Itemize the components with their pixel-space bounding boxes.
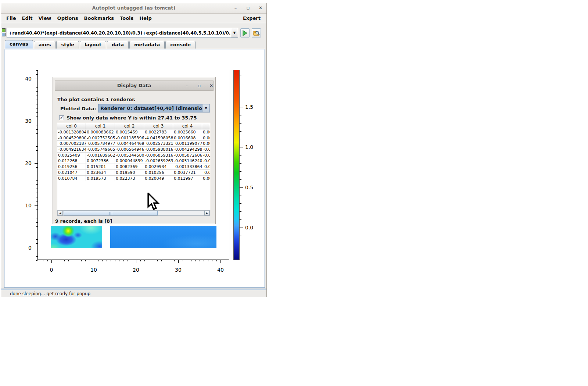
table-cell[interactable]: -0.0 xyxy=(202,164,210,170)
table-row[interactable]: 0.0107840.0195730.0223730.0200490.011997… xyxy=(57,176,210,182)
menu-file[interactable]: File xyxy=(3,14,19,22)
tab-axes[interactable]: axes xyxy=(34,41,56,49)
table-cell[interactable]: -0.004464469... xyxy=(115,141,144,147)
table-cell[interactable]: 0.00 xyxy=(202,129,210,135)
data-table[interactable]: col 0col 1col 2col 3col 4-0.001328804...… xyxy=(57,123,210,210)
tab-metadata[interactable]: metadata xyxy=(129,41,165,49)
table-cell[interactable]: -0.007002187... xyxy=(57,141,86,147)
horizontal-scrollbar[interactable]: ◀ ▶ xyxy=(57,210,210,216)
scroll-right-button[interactable]: ▶ xyxy=(204,211,209,215)
table-cell[interactable]: -0.001328804... xyxy=(57,129,86,135)
table-row[interactable]: 0.0210470.0236340.0195900.0102560.003772… xyxy=(57,170,210,176)
table-cell[interactable]: 0.0025409 xyxy=(57,153,86,158)
go-button[interactable] xyxy=(240,28,250,37)
column-header[interactable]: col 0 xyxy=(57,123,86,129)
tab-canvas[interactable]: canvas xyxy=(5,40,33,49)
tab-layout[interactable]: layout xyxy=(80,41,106,49)
table-cell[interactable]: -0.004529800... xyxy=(57,135,86,141)
column-header[interactable] xyxy=(202,123,210,129)
table-cell[interactable]: 0.010256 xyxy=(144,170,173,176)
table-cell[interactable]: 0.015201 xyxy=(86,164,115,170)
table-cell[interactable]: 0.019256 xyxy=(57,164,86,170)
menu-help[interactable]: Help xyxy=(136,14,154,22)
tab-console[interactable]: console xyxy=(165,41,196,49)
chevron-down-icon[interactable]: ▼ xyxy=(202,104,209,112)
table-row[interactable]: -0.004921634...-0.005749665...-0.0065649… xyxy=(57,147,210,153)
dialog-maximize-button[interactable]: ▫ xyxy=(196,82,203,89)
scrollbar-track[interactable] xyxy=(63,211,204,215)
table-cell[interactable]: 0.000044839 xyxy=(115,158,144,164)
table-cell[interactable]: 0.0016608 xyxy=(173,135,202,141)
table-cell[interactable]: -0.004294298... xyxy=(173,147,202,153)
table-cell[interactable]: -0.001185396... xyxy=(115,135,144,141)
table-cell[interactable]: 0.020049 xyxy=(144,176,173,182)
table-cell[interactable]: 0.0015459 xyxy=(115,129,144,135)
table-cell[interactable]: -0.0 xyxy=(202,170,210,176)
table-cell[interactable]: -0.006859316... xyxy=(144,153,173,158)
table-cell[interactable]: 0.019573 xyxy=(86,176,115,182)
table-cell[interactable]: -0.002639263... xyxy=(144,158,173,164)
uri-input[interactable]: +rand(40,40)*(exp(-distance(40,40,20,20,… xyxy=(7,28,231,38)
table-cell[interactable]: -0.001333864... xyxy=(173,164,202,170)
table-cell[interactable]: 0.022373 xyxy=(115,176,144,182)
table-cell[interactable]: 0.0022783 xyxy=(144,129,173,135)
menu-edit[interactable]: Edit xyxy=(19,14,36,22)
table-cell[interactable]: -0.0 xyxy=(202,147,210,153)
tab-data[interactable]: data xyxy=(107,41,129,49)
table-cell[interactable]: -0.005749665... xyxy=(86,147,115,153)
table-cell[interactable]: 0.0037721 xyxy=(173,170,202,176)
column-header[interactable]: col 1 xyxy=(86,123,115,129)
table-cell[interactable]: -0.005872606... xyxy=(173,153,202,158)
column-header[interactable]: col 2 xyxy=(115,123,144,129)
table-row[interactable]: 0.0122680.00723860.000044839-0.002639263… xyxy=(57,158,210,164)
tab-style[interactable]: style xyxy=(56,41,79,49)
filter-checkbox[interactable]: ✔ xyxy=(59,115,64,120)
table-row[interactable]: -0.007002187...-0.005784977...-0.0044644… xyxy=(57,141,210,147)
table-row[interactable]: 0.0025409-0.001689662...-0.005344580...-… xyxy=(57,153,210,158)
table-cell[interactable]: -0.006564946... xyxy=(115,147,144,153)
table-cell[interactable]: 0.000083662 xyxy=(86,129,115,135)
table-cell[interactable]: -0.002752505... xyxy=(86,135,115,141)
table-cell[interactable]: 0.019590 xyxy=(115,170,144,176)
table-cell[interactable]: 0.012268 xyxy=(57,158,86,164)
table-cell[interactable]: -0.005988016... xyxy=(144,147,173,153)
table-cell[interactable]: 0.010784 xyxy=(57,176,86,182)
table-cell[interactable]: 0.0025660 xyxy=(173,129,202,135)
table-cell[interactable]: 0.00 xyxy=(202,176,210,182)
menu-tools[interactable]: Tools xyxy=(117,14,136,22)
dialog-close-button[interactable]: ✕ xyxy=(208,82,215,89)
window-minimize-button[interactable]: – xyxy=(232,4,240,12)
table-cell[interactable]: -0.004921634... xyxy=(57,147,86,153)
menu-view[interactable]: View xyxy=(35,14,54,22)
table-cell[interactable]: 0.023634 xyxy=(86,170,115,176)
inspect-uri-button[interactable] xyxy=(252,28,261,37)
table-cell[interactable]: 0.021047 xyxy=(57,170,86,176)
plotted-data-combobox[interactable]: Renderer 0: dataset[40,40] (dimension...… xyxy=(98,104,210,112)
table-cell[interactable]: -0.005784977... xyxy=(86,141,115,147)
table-row[interactable]: -0.004529800...-0.002752505...-0.0011853… xyxy=(57,135,210,141)
table-cell[interactable]: 0.0072386 xyxy=(86,158,115,164)
table-cell[interactable]: -0.001689662... xyxy=(86,153,115,158)
menu-options[interactable]: Options xyxy=(54,14,81,22)
table-cell[interactable]: -0.002573321... xyxy=(144,141,173,147)
table-cell[interactable]: 0.00 xyxy=(202,135,210,141)
window-maximize-button[interactable]: ▫ xyxy=(244,4,252,12)
table-cell[interactable]: -0.0 xyxy=(202,158,210,164)
table-cell[interactable]: 0.00 xyxy=(202,141,210,147)
table-cell[interactable]: -0.005146240... xyxy=(173,158,202,164)
scroll-left-button[interactable]: ◀ xyxy=(58,211,63,215)
menu-bookmarks[interactable]: Bookmarks xyxy=(81,14,117,22)
table-cell[interactable]: -4.041598058... xyxy=(144,135,173,141)
table-cell[interactable]: -0.005344580... xyxy=(115,153,144,158)
table-cell[interactable]: 0.0082369 xyxy=(115,164,144,170)
table-cell[interactable]: -0.001199077... xyxy=(173,141,202,147)
menu-expert[interactable]: Expert xyxy=(239,14,264,22)
dialog-minimize-button[interactable]: – xyxy=(183,82,190,89)
table-row[interactable]: 0.0192560.0152010.00823690.0029934-0.001… xyxy=(57,164,210,170)
table-cell[interactable]: 0.011997 xyxy=(173,176,202,182)
table-cell[interactable]: 0.0029934 xyxy=(144,164,173,170)
column-header[interactable]: col 3 xyxy=(144,123,173,129)
table-cell[interactable]: -0.0 xyxy=(202,153,210,158)
column-header[interactable]: col 4 xyxy=(173,123,202,129)
window-close-button[interactable]: ✕ xyxy=(257,4,265,12)
